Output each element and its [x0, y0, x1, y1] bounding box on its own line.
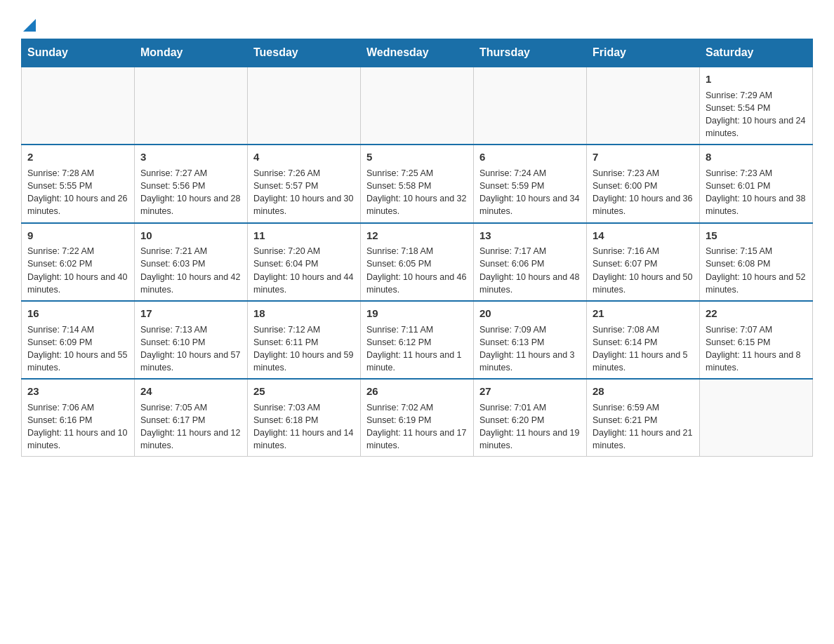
calendar-day-cell: 4Sunrise: 7:26 AMSunset: 5:57 PMDaylight… — [248, 145, 361, 222]
day-info: Sunrise: 7:15 AMSunset: 6:08 PMDaylight:… — [706, 245, 807, 296]
calendar-day-cell — [474, 67, 587, 145]
calendar-day-cell: 1Sunrise: 7:29 AMSunset: 5:54 PMDaylight… — [700, 67, 813, 145]
day-info: Sunrise: 7:07 AMSunset: 6:15 PMDaylight:… — [706, 323, 807, 375]
weekday-header-friday: Friday — [587, 39, 700, 67]
day-info: Sunrise: 7:26 AMSunset: 5:57 PMDaylight:… — [253, 167, 355, 218]
calendar-day-cell: 21Sunrise: 7:08 AMSunset: 6:14 PMDayligh… — [587, 301, 700, 379]
day-info: Sunrise: 7:23 AMSunset: 6:01 PMDaylight:… — [706, 167, 807, 218]
day-number: 2 — [27, 149, 128, 165]
day-info: Sunrise: 7:13 AMSunset: 6:10 PMDaylight:… — [140, 323, 241, 375]
day-info: Sunrise: 7:28 AMSunset: 5:55 PMDaylight:… — [27, 167, 128, 218]
calendar-day-cell: 23Sunrise: 7:06 AMSunset: 6:16 PMDayligh… — [22, 379, 135, 457]
calendar-day-cell: 25Sunrise: 7:03 AMSunset: 6:18 PMDayligh… — [248, 379, 361, 457]
calendar-table: SundayMondayTuesdayWednesdayThursdayFrid… — [21, 39, 813, 457]
logo-triangle-icon — [23, 19, 36, 32]
day-number: 9 — [27, 228, 128, 243]
weekday-header-tuesday: Tuesday — [248, 39, 361, 67]
calendar-body: 1Sunrise: 7:29 AMSunset: 5:54 PMDaylight… — [22, 67, 813, 457]
calendar-day-cell: 28Sunrise: 6:59 AMSunset: 6:21 PMDayligh… — [587, 379, 700, 457]
day-info: Sunrise: 7:09 AMSunset: 6:13 PMDaylight:… — [479, 323, 581, 375]
day-number: 16 — [27, 306, 128, 321]
day-number: 10 — [140, 228, 241, 243]
calendar-day-cell: 26Sunrise: 7:02 AMSunset: 6:19 PMDayligh… — [361, 379, 474, 457]
calendar-week-row: 9Sunrise: 7:22 AMSunset: 6:02 PMDaylight… — [22, 223, 813, 301]
day-number: 17 — [140, 306, 241, 321]
day-number: 11 — [253, 228, 355, 243]
calendar-day-cell: 15Sunrise: 7:15 AMSunset: 6:08 PMDayligh… — [700, 223, 813, 301]
calendar-day-cell: 20Sunrise: 7:09 AMSunset: 6:13 PMDayligh… — [474, 301, 587, 379]
calendar-day-cell: 19Sunrise: 7:11 AMSunset: 6:12 PMDayligh… — [361, 301, 474, 379]
logo — [21, 14, 36, 32]
day-number: 13 — [479, 228, 581, 243]
calendar-week-row: 16Sunrise: 7:14 AMSunset: 6:09 PMDayligh… — [22, 301, 813, 379]
day-number: 19 — [366, 306, 468, 321]
day-number: 27 — [479, 384, 581, 399]
day-info: Sunrise: 7:06 AMSunset: 6:16 PMDaylight:… — [27, 401, 128, 452]
day-info: Sunrise: 7:01 AMSunset: 6:20 PMDaylight:… — [479, 401, 581, 452]
day-number: 24 — [140, 384, 241, 399]
day-info: Sunrise: 7:22 AMSunset: 6:02 PMDaylight:… — [27, 245, 128, 296]
day-info: Sunrise: 7:11 AMSunset: 6:12 PMDaylight:… — [366, 323, 468, 375]
day-number: 26 — [366, 384, 468, 399]
day-number: 18 — [253, 306, 355, 321]
day-number: 14 — [593, 228, 694, 243]
calendar-week-row: 1Sunrise: 7:29 AMSunset: 5:54 PMDaylight… — [22, 67, 813, 145]
calendar-day-cell — [22, 67, 135, 145]
day-info: Sunrise: 7:17 AMSunset: 6:06 PMDaylight:… — [479, 245, 581, 296]
calendar-day-cell: 8Sunrise: 7:23 AMSunset: 6:01 PMDaylight… — [700, 145, 813, 222]
day-number: 22 — [706, 306, 807, 321]
weekday-header-thursday: Thursday — [474, 39, 587, 67]
day-info: Sunrise: 7:03 AMSunset: 6:18 PMDaylight:… — [253, 401, 355, 452]
calendar-day-cell: 2Sunrise: 7:28 AMSunset: 5:55 PMDaylight… — [22, 145, 135, 222]
calendar-day-cell: 7Sunrise: 7:23 AMSunset: 6:00 PMDaylight… — [587, 145, 700, 222]
day-number: 12 — [366, 228, 468, 243]
day-number: 28 — [593, 384, 694, 399]
calendar-week-row: 2Sunrise: 7:28 AMSunset: 5:55 PMDaylight… — [22, 145, 813, 222]
day-info: Sunrise: 7:05 AMSunset: 6:17 PMDaylight:… — [140, 401, 241, 452]
day-number: 6 — [479, 149, 581, 165]
calendar-day-cell: 3Sunrise: 7:27 AMSunset: 5:56 PMDaylight… — [135, 145, 248, 222]
calendar-day-cell: 12Sunrise: 7:18 AMSunset: 6:05 PMDayligh… — [361, 223, 474, 301]
calendar-day-cell — [135, 67, 248, 145]
calendar-day-cell: 5Sunrise: 7:25 AMSunset: 5:58 PMDaylight… — [361, 145, 474, 222]
weekday-header-monday: Monday — [135, 39, 248, 67]
day-info: Sunrise: 7:14 AMSunset: 6:09 PMDaylight:… — [27, 323, 128, 375]
day-info: Sunrise: 7:23 AMSunset: 6:00 PMDaylight:… — [593, 167, 694, 218]
day-number: 7 — [593, 149, 694, 165]
weekday-header-wednesday: Wednesday — [361, 39, 474, 67]
day-number: 8 — [706, 149, 807, 165]
calendar-day-cell: 22Sunrise: 7:07 AMSunset: 6:15 PMDayligh… — [700, 301, 813, 379]
day-info: Sunrise: 6:59 AMSunset: 6:21 PMDaylight:… — [593, 401, 694, 452]
calendar-day-cell: 14Sunrise: 7:16 AMSunset: 6:07 PMDayligh… — [587, 223, 700, 301]
day-number: 21 — [593, 306, 694, 321]
day-info: Sunrise: 7:08 AMSunset: 6:14 PMDaylight:… — [593, 323, 694, 375]
weekday-header-row: SundayMondayTuesdayWednesdayThursdayFrid… — [22, 39, 813, 67]
day-number: 1 — [706, 72, 807, 87]
calendar-day-cell: 11Sunrise: 7:20 AMSunset: 6:04 PMDayligh… — [248, 223, 361, 301]
day-number: 3 — [140, 149, 241, 165]
calendar-week-row: 23Sunrise: 7:06 AMSunset: 6:16 PMDayligh… — [22, 379, 813, 457]
day-number: 4 — [253, 149, 355, 165]
day-info: Sunrise: 7:12 AMSunset: 6:11 PMDaylight:… — [253, 323, 355, 375]
calendar-day-cell: 13Sunrise: 7:17 AMSunset: 6:06 PMDayligh… — [474, 223, 587, 301]
svg-marker-0 — [23, 19, 36, 32]
calendar-day-cell — [700, 379, 813, 457]
day-info: Sunrise: 7:16 AMSunset: 6:07 PMDaylight:… — [593, 245, 694, 296]
day-info: Sunrise: 7:29 AMSunset: 5:54 PMDaylight:… — [706, 89, 807, 140]
day-number: 15 — [706, 228, 807, 243]
calendar-day-cell — [361, 67, 474, 145]
day-info: Sunrise: 7:18 AMSunset: 6:05 PMDaylight:… — [366, 245, 468, 296]
calendar-day-cell — [587, 67, 700, 145]
day-number: 5 — [366, 149, 468, 165]
calendar-day-cell: 24Sunrise: 7:05 AMSunset: 6:17 PMDayligh… — [135, 379, 248, 457]
day-info: Sunrise: 7:21 AMSunset: 6:03 PMDaylight:… — [140, 245, 241, 296]
weekday-header-saturday: Saturday — [700, 39, 813, 67]
day-info: Sunrise: 7:20 AMSunset: 6:04 PMDaylight:… — [253, 245, 355, 296]
day-number: 25 — [253, 384, 355, 399]
page-header — [21, 14, 813, 32]
calendar-day-cell: 6Sunrise: 7:24 AMSunset: 5:59 PMDaylight… — [474, 145, 587, 222]
calendar-header: SundayMondayTuesdayWednesdayThursdayFrid… — [22, 39, 813, 67]
day-info: Sunrise: 7:24 AMSunset: 5:59 PMDaylight:… — [479, 167, 581, 218]
day-info: Sunrise: 7:25 AMSunset: 5:58 PMDaylight:… — [366, 167, 468, 218]
calendar-day-cell — [248, 67, 361, 145]
